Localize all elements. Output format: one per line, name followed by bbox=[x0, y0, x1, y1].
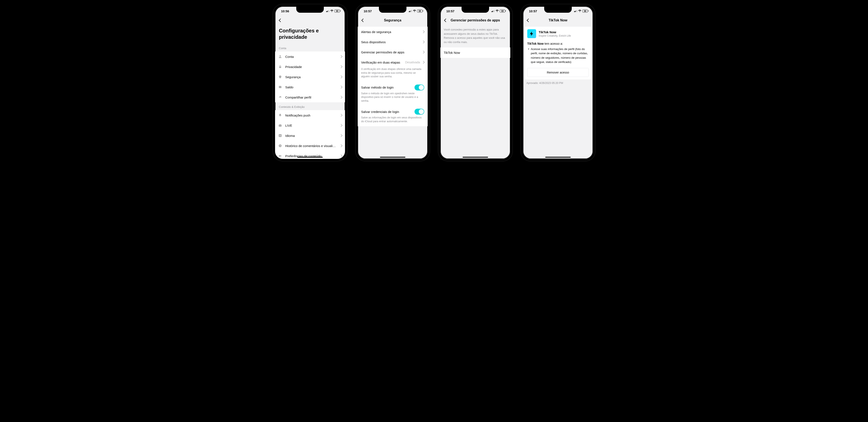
wallet-icon bbox=[278, 85, 282, 89]
toggle-save-credentials[interactable] bbox=[414, 109, 424, 115]
row-history[interactable]: Histórico de comentários e visualiza... bbox=[275, 141, 345, 151]
back-button[interactable] bbox=[526, 18, 531, 23]
approved-text: Aprovado: 4/26/2023 05:20 PM bbox=[523, 79, 593, 85]
nav-title: Gerenciar permissões de apps bbox=[440, 19, 510, 22]
lock-icon bbox=[278, 65, 282, 69]
row-notifications[interactable]: Notificações push bbox=[275, 110, 345, 120]
time-label: 10:57 bbox=[446, 9, 454, 13]
time-label: 10:57 bbox=[364, 9, 372, 13]
language-icon: A bbox=[278, 133, 282, 138]
wifi-icon bbox=[330, 10, 334, 12]
chevron-right-icon bbox=[340, 114, 342, 116]
chevron-right-icon bbox=[340, 134, 342, 137]
toggle-save-login-method[interactable] bbox=[414, 85, 424, 91]
signal-icon bbox=[409, 10, 412, 12]
chevron-right-icon bbox=[340, 155, 342, 157]
home-indicator[interactable] bbox=[463, 157, 488, 158]
wifi-icon bbox=[578, 10, 582, 12]
nav-bar: Segurança bbox=[358, 16, 428, 25]
nav-bar bbox=[275, 16, 345, 25]
battery-icon: 69 bbox=[500, 9, 505, 12]
section-label-account: Conta bbox=[275, 44, 345, 52]
clock-icon bbox=[278, 143, 282, 148]
chevron-right-icon bbox=[422, 31, 424, 33]
row-manage-app-perms[interactable]: Gerenciar permissões de apps bbox=[358, 47, 428, 57]
row-account[interactable]: Conta bbox=[275, 52, 345, 62]
wifi-icon bbox=[495, 10, 499, 12]
home-indicator[interactable] bbox=[380, 157, 405, 158]
shield-icon bbox=[278, 75, 282, 79]
back-button[interactable] bbox=[278, 18, 283, 23]
chevron-right-icon bbox=[340, 56, 342, 58]
access-bullet: • Acesse suas informações de perfil (fot… bbox=[527, 47, 589, 64]
chevron-right-icon bbox=[340, 86, 342, 88]
battery-icon: 69 bbox=[417, 9, 423, 12]
row-two-step[interactable]: Verificação em duas etapas Desativada bbox=[358, 57, 428, 67]
bullet-icon: • bbox=[528, 47, 529, 64]
row-privacy[interactable]: Privacidade bbox=[275, 62, 345, 72]
video-icon bbox=[278, 154, 282, 158]
row-content-prefs[interactable]: Preferências de conteúdo bbox=[275, 151, 345, 159]
home-indicator[interactable] bbox=[297, 157, 323, 158]
back-button[interactable] bbox=[443, 18, 449, 23]
signal-icon bbox=[491, 10, 495, 12]
chevron-right-icon bbox=[422, 51, 424, 53]
chevron-right-icon bbox=[340, 145, 342, 147]
chevron-right-icon bbox=[340, 76, 342, 78]
nav-title: TikTok Now bbox=[523, 19, 593, 22]
section-label-content: Conteúdo & Exibição bbox=[275, 102, 345, 110]
row-security-alerts[interactable]: Alertas de segurança bbox=[358, 27, 428, 37]
nav-bar: TikTok Now bbox=[523, 16, 593, 25]
chevron-right-icon bbox=[340, 66, 342, 68]
svg-rect-3 bbox=[279, 86, 281, 87]
wifi-icon bbox=[413, 10, 416, 12]
nav-title: Segurança bbox=[358, 19, 428, 22]
row-language[interactable]: A Idioma bbox=[275, 130, 345, 141]
row-devices[interactable]: Seus dispositivos bbox=[358, 37, 428, 47]
chevron-right-icon bbox=[422, 41, 424, 43]
signal-icon bbox=[326, 10, 329, 12]
two-step-desc: A verificação em duas etapas oferece uma… bbox=[358, 67, 428, 82]
row-security[interactable]: Segurança bbox=[275, 72, 345, 82]
user-icon bbox=[278, 55, 282, 59]
share-icon bbox=[278, 95, 282, 99]
row-tiktok-now[interactable]: TikTok Now bbox=[440, 47, 510, 58]
chevron-right-icon bbox=[340, 96, 342, 98]
bell-icon bbox=[278, 113, 282, 117]
nav-bar: Gerenciar permissões de apps bbox=[440, 16, 510, 25]
row-save-credentials: Salvar credenciais de login bbox=[358, 106, 428, 116]
time-label: 10:56 bbox=[281, 9, 289, 13]
app-name: TikTok Now bbox=[539, 30, 571, 34]
svg-rect-8 bbox=[279, 155, 281, 157]
svg-text:A: A bbox=[280, 134, 281, 137]
save-method-desc: Salve o método de login em opedrohen nes… bbox=[358, 92, 428, 106]
tv-icon bbox=[278, 123, 282, 128]
back-button[interactable] bbox=[360, 18, 366, 23]
info-text: Você concedeu permissão a estes apps par… bbox=[440, 25, 510, 47]
time-label: 10:57 bbox=[529, 9, 537, 13]
row-balance[interactable]: Saldo bbox=[275, 82, 345, 92]
app-header: TikTok Now Inspire Creativity, Enrich Li… bbox=[527, 29, 589, 38]
svg-rect-4 bbox=[279, 125, 281, 127]
remove-access-button[interactable]: Remover acesso bbox=[527, 68, 589, 77]
svg-rect-1 bbox=[279, 67, 281, 68]
row-share-profile[interactable]: Compartilhar perfil bbox=[275, 92, 345, 102]
page-title: Configurações e privacidade bbox=[275, 25, 345, 44]
two-step-value: Desativada bbox=[405, 61, 420, 64]
save-creds-desc: Salve as informações de login em seus di… bbox=[358, 116, 428, 126]
signal-icon bbox=[574, 10, 577, 12]
battery-icon: 68 bbox=[582, 9, 588, 12]
app-tagline: Inspire Creativity, Enrich Life bbox=[539, 34, 571, 37]
battery-icon: 69 bbox=[334, 9, 340, 12]
access-label: TikTok Now tem acesso a: bbox=[527, 42, 589, 45]
chevron-right-icon bbox=[422, 61, 424, 63]
tiktok-now-icon bbox=[527, 29, 536, 38]
home-indicator[interactable] bbox=[545, 157, 571, 158]
chevron-right-icon bbox=[340, 124, 342, 127]
svg-point-0 bbox=[280, 55, 281, 57]
row-save-login-method: Salvar método de login bbox=[358, 82, 428, 92]
row-live[interactable]: LIVE bbox=[275, 120, 345, 130]
